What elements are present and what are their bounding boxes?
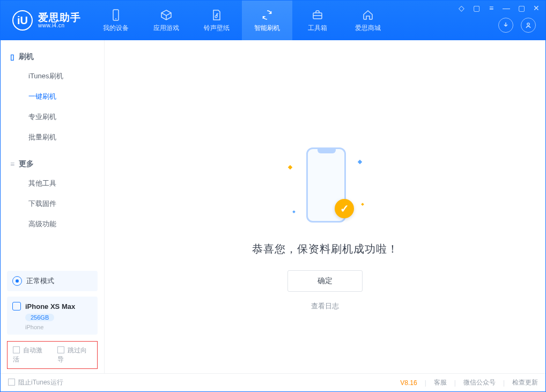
nav-label: 应用游戏 <box>153 24 179 33</box>
download-button[interactable] <box>498 18 513 33</box>
sidebar-item-itunes-flash[interactable]: iTunes刷机 <box>1 66 104 86</box>
cube-icon <box>160 9 173 21</box>
sync-icon <box>261 9 274 21</box>
logo-block: iU 爱思助手 www.i4.cn <box>1 1 91 40</box>
menu-icon[interactable]: ≡ <box>486 4 496 12</box>
sidebar-head-label: 更多 <box>19 159 34 169</box>
device-icon <box>109 9 122 21</box>
checkbox-auto-activate[interactable]: 自动激活 <box>13 346 48 364</box>
nav-label: 铃声壁纸 <box>204 24 230 33</box>
main-nav: 我的设备 应用游戏 铃声壁纸 智能刷机 工具箱 爱思商城 <box>91 1 393 40</box>
nav-label: 智能刷机 <box>254 24 280 33</box>
phone-icon <box>12 302 21 310</box>
device-type: iPhone <box>25 324 92 330</box>
device-mode-status[interactable]: 正常模式 <box>7 271 98 291</box>
main-content: ✓ 恭喜您，保资料刷机成功啦！ 确定 查看日志 <box>105 40 545 373</box>
sidebar-item-oneclick-flash[interactable]: 一键刷机 <box>1 86 104 107</box>
device-storage-badge: 256GB <box>25 314 54 321</box>
link-wechat[interactable]: 微信公众号 <box>463 378 496 387</box>
list-icon: ≡ <box>10 160 14 168</box>
checkbox-icon <box>8 379 15 386</box>
device-name: iPhone XS Max <box>25 302 75 310</box>
nav-toolbox[interactable]: 工具箱 <box>292 1 343 40</box>
logo-text: 爱思助手 www.i4.cn <box>38 12 81 28</box>
app-site: www.i4.cn <box>38 23 81 28</box>
device-outline-icon: ▯ <box>10 53 14 61</box>
success-message: 恭喜您，保资料刷机成功啦！ <box>252 242 399 256</box>
account-button[interactable] <box>521 18 536 33</box>
app-name: 爱思助手 <box>38 12 81 23</box>
sidebar-item-advanced[interactable]: 高级功能 <box>1 214 104 234</box>
version-label: V8.16 <box>400 379 417 387</box>
nav-store[interactable]: 爱思商城 <box>343 1 393 40</box>
separator: | <box>425 379 426 387</box>
app-window: iU 爱思助手 www.i4.cn 我的设备 应用游戏 铃声壁纸 智能刷机 <box>0 0 546 392</box>
ok-button[interactable]: 确定 <box>287 270 363 292</box>
sidebar-head-more: ≡ 更多 <box>1 155 104 173</box>
nav-label: 工具箱 <box>308 24 327 33</box>
music-file-icon <box>210 9 223 21</box>
sparkle-icon <box>288 165 292 169</box>
device-card-header: iPhone XS Max <box>12 302 92 310</box>
flash-options-row: 自动激活 跳过向导 <box>7 341 98 369</box>
home-icon <box>361 9 374 21</box>
nav-label: 爱思商城 <box>355 24 381 33</box>
nav-ringtones-wallpapers[interactable]: 铃声壁纸 <box>191 1 242 40</box>
nav-label: 我的设备 <box>103 24 129 33</box>
statusbar-left: 阻止iTunes运行 <box>8 378 63 387</box>
logo-icon: iU <box>12 10 33 31</box>
statusbar-right: V8.16 | 客服 | 微信公众号 | 检查更新 <box>400 378 538 387</box>
sidebar-item-download-firmware[interactable]: 下载固件 <box>1 194 104 214</box>
checkbox-skip-guide[interactable]: 跳过向导 <box>57 346 92 364</box>
separator: | <box>454 379 456 387</box>
status-dot-icon <box>12 276 22 286</box>
header-right-buttons <box>498 18 536 33</box>
separator: | <box>503 379 505 387</box>
sparkle-icon <box>358 160 362 164</box>
link-check-update[interactable]: 检查更新 <box>512 378 538 387</box>
sidebar-section-flash: ▯ 刷机 iTunes刷机 一键刷机 专业刷机 批量刷机 <box>1 40 104 147</box>
sidebar-head-flash: ▯ 刷机 <box>1 48 104 66</box>
sidebar-section-more: ≡ 更多 其他工具 下载固件 高级功能 <box>1 147 104 234</box>
sidebar-head-label: 刷机 <box>19 52 34 62</box>
window-controls-top: ◇ ▢ ≡ — ▢ ✕ <box>456 4 541 12</box>
checkmark-badge-icon: ✓ <box>335 199 354 218</box>
svg-point-1 <box>115 18 116 19</box>
device-card[interactable]: iPhone XS Max 256GB iPhone <box>7 297 98 335</box>
svg-point-3 <box>527 23 529 25</box>
sidebar-item-pro-flash[interactable]: 专业刷机 <box>1 107 104 127</box>
sparkle-icon <box>361 203 364 206</box>
close-button[interactable]: ✕ <box>532 4 541 12</box>
view-log-link[interactable]: 查看日志 <box>311 301 339 311</box>
device-mode-label: 正常模式 <box>26 276 54 286</box>
sidebar-item-other-tools[interactable]: 其他工具 <box>1 173 104 194</box>
sparkle-icon <box>292 210 296 213</box>
checkbox-label: 阻止iTunes运行 <box>18 379 63 386</box>
sidebar: ▯ 刷机 iTunes刷机 一键刷机 专业刷机 批量刷机 ≡ 更多 其他工具 下… <box>1 40 105 373</box>
link-support[interactable]: 客服 <box>434 378 447 387</box>
checkbox-block-itunes[interactable]: 阻止iTunes运行 <box>8 378 63 387</box>
minimize-button[interactable]: — <box>501 4 511 12</box>
nav-apps-games[interactable]: 应用游戏 <box>141 1 191 40</box>
sidebar-item-batch-flash[interactable]: 批量刷机 <box>1 127 104 147</box>
nav-smart-flash[interactable]: 智能刷机 <box>242 1 292 40</box>
maximize-button[interactable]: ▢ <box>517 4 526 12</box>
nav-my-device[interactable]: 我的设备 <box>91 1 141 40</box>
feedback-icon[interactable]: ▢ <box>471 4 481 12</box>
titlebar: iU 爱思助手 www.i4.cn 我的设备 应用游戏 铃声壁纸 智能刷机 <box>1 1 545 40</box>
body: ▯ 刷机 iTunes刷机 一键刷机 专业刷机 批量刷机 ≡ 更多 其他工具 下… <box>1 40 545 373</box>
success-illustration: ✓ <box>277 142 373 233</box>
skin-icon[interactable]: ◇ <box>456 4 466 12</box>
toolbox-icon <box>311 9 324 21</box>
checkbox-icon <box>13 346 20 353</box>
checkbox-icon <box>57 346 64 353</box>
statusbar: 阻止iTunes运行 V8.16 | 客服 | 微信公众号 | 检查更新 <box>1 373 545 391</box>
